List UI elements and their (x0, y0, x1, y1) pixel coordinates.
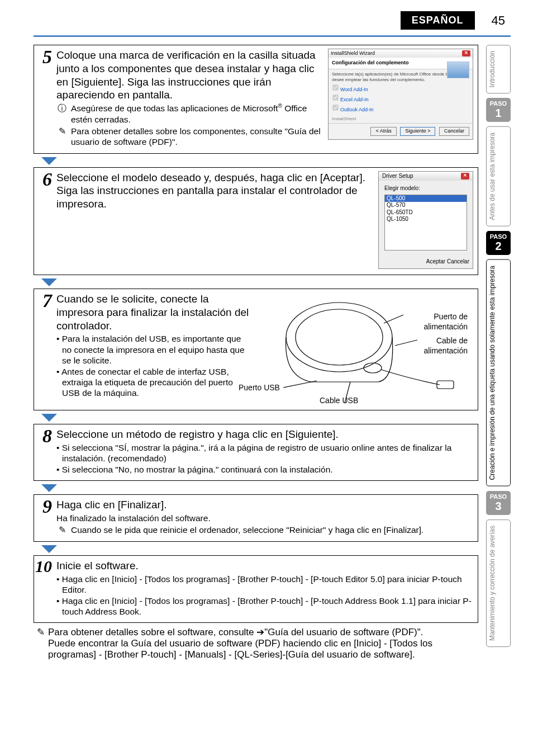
step-number: 8 (34, 424, 54, 480)
tab-paso-3[interactable]: PASO3 (486, 491, 511, 515)
step-5: 5 Coloque una marca de verificación en l… (34, 45, 478, 154)
step-8: 8 Seleccione un método de registro y hag… (34, 424, 478, 481)
step-lead: Seleccione el modelo deseado y, después,… (56, 171, 373, 211)
tab-creacion-impresion[interactable]: Creación e impresión de una etiqueta usa… (486, 259, 511, 486)
checkbox-excel: Excel Add-In (332, 94, 469, 103)
model-list: QL-500 QL-570 QL-650TD QL-1050 (384, 195, 467, 251)
info-icon: ⓘ (56, 103, 68, 114)
tab-antes-de-usar[interactable]: Antes de usar esta impresora (486, 126, 511, 226)
bullet: • Haga clic en [Inicio] - [Todos los pro… (56, 596, 473, 617)
checkbox-outlook: Outlook Add-In (332, 104, 469, 113)
list-item: QL-650TD (385, 209, 467, 216)
arrow-down-icon (41, 545, 57, 553)
cancel-button: Cancelar (447, 258, 469, 264)
svg-point-1 (296, 309, 383, 365)
step-number: 9 (34, 495, 54, 541)
close-icon: ✕ (461, 173, 469, 180)
ok-button: Aceptar (426, 258, 445, 264)
list-item: QL-1050 (385, 216, 467, 223)
footer-line: Puede encontrar la Guía del usuario de s… (48, 638, 475, 660)
arrow-down-icon (41, 414, 57, 422)
step-lead: Cuando se le solicite, conecte la impres… (56, 292, 250, 332)
step-number: 7 (34, 289, 54, 410)
dialog-label: Elegir modelo: (384, 185, 467, 192)
brand-label: InstallShield (329, 115, 473, 123)
step-sub: Ha finalizado la instalación del softwar… (56, 513, 473, 523)
arrow-down-icon (41, 157, 57, 165)
list-item: QL-570 (385, 202, 467, 209)
header-rule (34, 35, 511, 37)
note-text: Para obtener detalles sobre los componen… (71, 126, 322, 148)
pencil-icon: ✎ (56, 525, 68, 536)
tab-paso-2[interactable]: PASO2 (486, 231, 511, 255)
label-power-port: Puerto de alimentación (406, 312, 468, 332)
label-usb-port: Puerto USB (239, 383, 289, 393)
bullet: • Si selecciona "SÍ, mostrar la página."… (56, 442, 473, 464)
label-power-cable: Cable de alimentación (406, 336, 468, 356)
step-lead: Haga clic en [Finalizar]. (56, 498, 473, 512)
dialog-title: Driver Setup (382, 173, 413, 180)
footer-note: ✎ Para obtener detalles sobre el softwar… (34, 626, 478, 660)
driver-dialog: Driver Setup✕ Elegir modelo: QL-500 QL-5… (378, 171, 473, 270)
svg-line-5 (384, 315, 403, 323)
tab-paso-1[interactable]: PASO1 (486, 98, 511, 122)
step-9: 9 Haga clic en [Finalizar]. Ha finalizad… (34, 494, 478, 542)
arrow-down-icon (41, 278, 57, 286)
wizard-subtitle: Configuración del complemento (332, 60, 409, 65)
close-icon: ✕ (462, 50, 470, 56)
bullet: • Haga clic en [Inicio] - [Todos los pro… (56, 574, 473, 596)
step-lead: Coloque una marca de verificación en la … (56, 49, 322, 102)
step-7: 7 Cuando se le solicite, conecte la impr… (34, 289, 478, 410)
step-lead: Inicie el software. (56, 559, 473, 573)
label-usb-cable: Cable USB (320, 396, 358, 406)
next-button: Siguiente > (400, 127, 435, 135)
wizard-title: InstallShield Wizard (331, 50, 375, 56)
step-lead: Seleccione un método de registro y haga … (56, 428, 473, 441)
bullet: • Antes de conectar el cable de interfaz… (56, 366, 250, 399)
language-label: ESPAÑOL (401, 11, 475, 30)
printer-illustration: Puerto de alimentación Cable de alimenta… (255, 292, 473, 404)
pencil-icon: ✎ (56, 126, 68, 137)
tab-mantenimiento[interactable]: Mantenimiento y corrección de averías (486, 519, 511, 647)
list-item: QL-500 (385, 195, 467, 202)
tab-introduccion[interactable]: Introducción (486, 45, 511, 93)
arrow-down-icon (41, 484, 57, 492)
bullet: • Si selecciona "No, no mostrar la págin… (56, 464, 473, 475)
pencil-icon: ✎ (37, 626, 45, 660)
back-button: < Atrás (370, 127, 396, 135)
cancel-button: Cancelar (439, 127, 469, 135)
checkbox-word: Word Add-In (332, 84, 469, 93)
svg-point-0 (286, 303, 392, 372)
step-number: 6 (34, 168, 54, 275)
step-6: 6 Seleccione el modelo deseado y, despué… (34, 167, 478, 276)
step-10: 10 Inicie el software. • Haga clic en [I… (34, 555, 478, 623)
footer-line: Para obtener detalles sobre el software,… (48, 626, 475, 638)
wizard-screenshot: InstallShield Wizard✕ Configuración del … (328, 49, 473, 140)
page-number: 45 (492, 13, 505, 28)
step-number: 10 (34, 556, 54, 622)
step-number: 5 (34, 45, 54, 153)
note-text: Asegúrese de que todas las aplicaciones … (71, 103, 322, 125)
bullet: • Para la instalación del USB, es import… (56, 333, 250, 366)
wizard-image (447, 62, 469, 78)
note-text: Cuando se le pida que reinicie el ordena… (71, 525, 423, 535)
